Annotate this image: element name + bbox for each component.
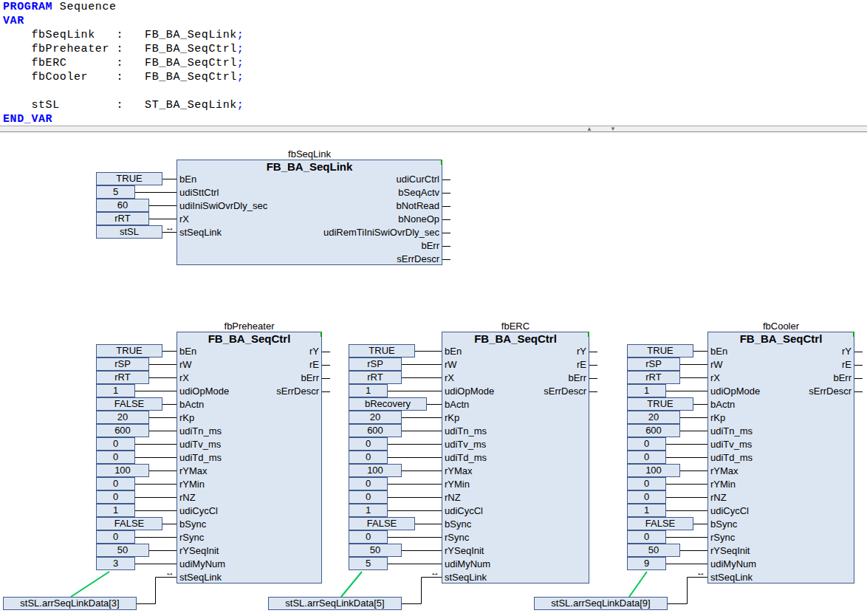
value-box[interactable]: rSP — [627, 357, 680, 371]
value-box[interactable]: 0 — [627, 490, 666, 504]
value-box[interactable]: 1 — [349, 384, 388, 397]
input-value-row: 60 — [96, 199, 177, 212]
wire — [680, 364, 707, 365]
value-box[interactable]: 0 — [627, 451, 666, 464]
value-box[interactable]: rRT — [627, 371, 680, 384]
value-box[interactable]: 5 — [349, 557, 388, 570]
value-box[interactable]: FALSE — [349, 517, 415, 530]
value-box[interactable]: 50 — [349, 544, 402, 557]
value-box[interactable]: FALSE — [96, 397, 162, 411]
link-box[interactable]: stSL.arrSeqLinkData[5] — [268, 597, 402, 610]
value-box[interactable]: 5 — [96, 185, 135, 199]
value-box[interactable]: 0 — [96, 530, 135, 544]
value-box[interactable]: bRecovery — [349, 397, 427, 411]
fb-block-fbSeqLink[interactable]: fbSeqLink FB_BA_SeqLink bEn udiCurCtrl u… — [177, 160, 442, 265]
input-value-row: 50 — [627, 544, 707, 557]
value-box[interactable]: 600 — [349, 424, 402, 437]
value-box[interactable]: 50 — [96, 544, 149, 557]
link-box[interactable]: stSL.arrSeqLinkData[9] — [534, 597, 668, 610]
input-value-row: bRecovery — [349, 397, 442, 411]
pin-row: stSeqLink — [442, 571, 589, 584]
input-value-row: 1 — [627, 504, 707, 517]
input-value-row: rRT — [627, 371, 707, 384]
value-box[interactable]: 1 — [627, 384, 666, 397]
value-box[interactable]: 100 — [349, 464, 402, 477]
input-value-row: 0 — [96, 530, 177, 544]
value-box[interactable]: 50 — [627, 544, 680, 557]
value-box[interactable]: 20 — [349, 411, 402, 424]
pin-row: rW rE — [442, 358, 589, 372]
value-box[interactable]: 0 — [349, 477, 388, 490]
pin-output-label: bErr — [568, 372, 586, 383]
value-box[interactable]: 20 — [96, 411, 149, 424]
value-box[interactable]: 0 — [349, 451, 388, 464]
value-box[interactable]: 0 — [96, 477, 135, 490]
value-box[interactable]: 60 — [96, 199, 149, 212]
value-box[interactable]: 0 — [627, 530, 666, 544]
value-box[interactable]: 0 — [349, 490, 388, 504]
value-box[interactable]: rSP — [349, 357, 402, 371]
input-value-row — [96, 239, 177, 252]
value-box[interactable]: rRT — [349, 371, 402, 384]
fb-block-fbCooler[interactable]: fbCooler FB_BA_SeqCtrl bEn rY rW rE rX b… — [707, 332, 854, 584]
value-box[interactable]: 0 — [627, 437, 666, 451]
pin-row: rYMin — [708, 478, 854, 491]
value-box[interactable]: TRUE — [627, 344, 693, 357]
block-type-name: FB_BA_SeqCtrl — [177, 332, 321, 345]
value-box[interactable]: rRT — [96, 212, 149, 225]
wire — [402, 364, 442, 365]
value-box[interactable]: rSP — [96, 357, 149, 371]
value-box[interactable]: 0 — [96, 490, 135, 504]
value-box[interactable]: 0 — [349, 437, 388, 451]
pin-row: udiTn_ms — [708, 425, 854, 438]
value-box[interactable]: TRUE — [627, 397, 693, 411]
value-box[interactable]: TRUE — [96, 172, 162, 185]
pin-row: bSync — [442, 518, 589, 531]
link-box[interactable]: stSL.arrSeqLinkData[3] — [3, 597, 137, 610]
input-value-row: 0 — [627, 530, 707, 544]
pin-row: bActn — [708, 398, 854, 411]
value-box[interactable]: FALSE — [96, 517, 162, 530]
value-box[interactable]: 0 — [96, 437, 135, 451]
value-box[interactable]: 1 — [96, 384, 135, 397]
wire — [149, 550, 177, 551]
pin-input-label: stSeqLink — [179, 571, 222, 584]
value-box[interactable]: 0 — [349, 530, 388, 544]
value-box[interactable]: 0 — [96, 451, 135, 464]
value-box[interactable]: 0 — [627, 477, 666, 490]
value-box[interactable]: 100 — [96, 464, 149, 477]
value-box[interactable]: 100 — [627, 464, 680, 477]
pin-input-label: rW — [179, 358, 192, 372]
input-value-row: 0 — [96, 477, 177, 490]
input-value-row: 1 — [349, 504, 442, 517]
value-box[interactable]: 1 — [627, 504, 666, 517]
input-value-row: TRUE — [96, 344, 177, 357]
input-value-row: rSP — [96, 357, 177, 371]
value-box[interactable]: rRT — [96, 371, 149, 384]
value-box[interactable]: TRUE — [96, 344, 162, 357]
pin-row: rSync — [708, 531, 854, 544]
value-box[interactable]: FALSE — [627, 517, 693, 530]
pin-input-label: udiCycCl — [445, 504, 483, 518]
value-box[interactable]: 20 — [627, 411, 680, 424]
fb-block-fbPreheater[interactable]: fbPreheater FB_BA_SeqCtrl bEn rY rW rE r… — [177, 332, 322, 584]
value-box[interactable]: TRUE — [349, 344, 415, 357]
pin-row: rYSeqInit — [708, 544, 854, 558]
value-box[interactable]: 1 — [96, 504, 135, 517]
pin-input-label: bEn — [710, 345, 727, 358]
value-box[interactable]: 3 — [96, 557, 135, 570]
value-box[interactable]: 9 — [627, 557, 666, 570]
inout-arrow-icon: ↔ — [165, 568, 174, 577]
input-value-row: 0 — [627, 437, 707, 451]
value-box[interactable]: 600 — [627, 424, 680, 437]
pin-input-label: rYMax — [710, 465, 739, 478]
input-value-row: TRUE — [627, 344, 707, 357]
block-type-name: FB_BA_SeqLink — [177, 160, 442, 173]
pin-output-label: bNotRead — [396, 200, 439, 211]
value-box[interactable]: 1 — [349, 504, 388, 517]
wire — [693, 524, 707, 524]
value-box[interactable]: stSL — [96, 225, 162, 239]
value-box[interactable]: 600 — [96, 424, 149, 437]
output-stub — [589, 352, 597, 352]
fb-block-fbERC[interactable]: fbERC FB_BA_SeqCtrl bEn rY rW rE rX bErr — [442, 332, 589, 584]
